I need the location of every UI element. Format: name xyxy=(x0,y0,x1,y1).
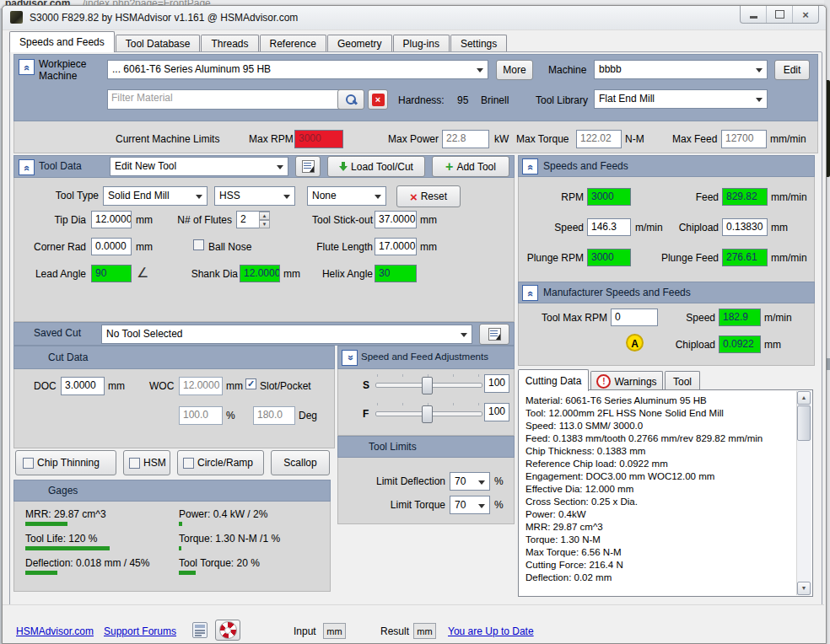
tool-material-value: HSS xyxy=(219,190,240,201)
woc-percent-field[interactable]: 100.0 xyxy=(179,406,223,425)
collapse-speeds-feeds-button[interactable]: « xyxy=(522,158,538,174)
plus-icon: + xyxy=(445,161,453,173)
collapse-manufacturer-button[interactable]: « xyxy=(522,285,538,301)
scroll-down-icon[interactable]: ▼ xyxy=(797,582,811,595)
limit-deflection-select[interactable]: 70 xyxy=(450,472,490,491)
material-select[interactable]: ... 6061-T6 Series Aluminum 95 HB xyxy=(107,60,488,79)
red-x-icon: × xyxy=(410,190,418,204)
max-power-field[interactable]: 22.8 xyxy=(442,130,489,148)
plunge-rpm-field[interactable]: 3000 xyxy=(587,249,631,266)
result-units-value[interactable]: mm xyxy=(413,623,436,639)
tool-max-rpm-field[interactable]: 0 xyxy=(611,309,658,326)
tab-threads[interactable]: Threads xyxy=(201,35,258,52)
tool-select[interactable]: Edit New Tool xyxy=(110,157,288,176)
add-tool-button[interactable]: + Add Tool xyxy=(432,156,509,177)
scallop-button[interactable]: Scallop xyxy=(271,450,330,475)
input-units-value[interactable]: mm xyxy=(323,623,346,639)
tool-material-select[interactable]: HSS xyxy=(214,186,295,206)
s-value-field[interactable]: 100 xyxy=(484,374,509,393)
load-tool-cut-button[interactable]: Load Tool/Cut xyxy=(327,156,425,177)
title-bar[interactable]: S3000 F829.82 by HSMAdvisor v1.161 @ HSM… xyxy=(3,6,826,30)
tab-reference[interactable]: Reference xyxy=(260,35,326,52)
mfr-chipload-field[interactable]: 0.0922 xyxy=(719,335,761,353)
stickout-field[interactable]: 37.0000 xyxy=(375,211,417,228)
support-forums-link[interactable]: Support Forums xyxy=(104,625,176,637)
minimize-button[interactable] xyxy=(741,6,766,23)
help-button[interactable] xyxy=(215,620,240,641)
mfr-speed-unit: m/min xyxy=(764,312,792,324)
speed-field[interactable]: 146.3 xyxy=(587,218,631,236)
edit-machine-button[interactable]: Edit xyxy=(774,60,810,80)
collapse-tool-data-button[interactable]: « xyxy=(19,159,35,175)
tool-type-select[interactable]: Solid End Mill xyxy=(103,186,208,206)
tab-speeds-and-feeds[interactable]: Speeds and Feeds xyxy=(9,31,115,52)
license-icon[interactable] xyxy=(192,622,208,638)
lead-angle-field[interactable]: 90 xyxy=(91,265,132,282)
chipload-unit: mm xyxy=(771,222,788,233)
clear-filter-button[interactable]: × xyxy=(368,89,388,110)
tool-list-button[interactable] xyxy=(295,156,321,177)
update-status-link[interactable]: You are Up to Date xyxy=(448,625,534,637)
collapse-workpiece-button[interactable]: « xyxy=(19,59,35,75)
mfr-speed-field[interactable]: 182.9 xyxy=(719,309,761,326)
cutting-data-scrollbar[interactable]: ▲ ▼ xyxy=(796,391,811,595)
scroll-up-icon[interactable]: ▲ xyxy=(797,391,811,405)
reset-button[interactable]: × Reset xyxy=(396,185,461,207)
scrollbar-thumb[interactable] xyxy=(797,405,811,441)
close-button[interactable]: × xyxy=(792,6,818,23)
f-slider-thumb[interactable] xyxy=(422,405,433,423)
feed-field[interactable]: 829.82 xyxy=(722,188,768,206)
max-rpm-field[interactable]: 3000 xyxy=(294,130,343,148)
engage-angle-field[interactable]: 180.0 xyxy=(253,406,295,425)
tab-settings[interactable]: Settings xyxy=(450,35,507,52)
tab-plug-ins[interactable]: Plug-ins xyxy=(393,35,450,52)
maximize-button[interactable] xyxy=(766,6,792,23)
helix-angle-field[interactable]: 30 xyxy=(375,265,417,282)
auto-badge[interactable]: A xyxy=(626,334,644,352)
collapse-adjustments-button[interactable]: « xyxy=(342,350,358,366)
limit-torque-select[interactable]: 70 xyxy=(450,496,490,514)
circle-ramp-toggle[interactable]: Circle/Ramp xyxy=(177,450,264,475)
cutting-line: Speed: 113.0 SMM/ 3000.0 xyxy=(525,421,643,431)
shank-dia-field[interactable]: 12.0000 xyxy=(240,265,280,282)
shank-dia-unit: mm xyxy=(283,268,300,280)
slot-pocket-checkbox[interactable]: ✓ xyxy=(245,378,256,389)
hsm-toggle[interactable]: HSM xyxy=(123,450,170,475)
s-slider-thumb[interactable] xyxy=(422,377,433,394)
chipload-field[interactable]: 0.13830 xyxy=(722,218,768,236)
machine-select[interactable]: bbbb xyxy=(594,60,768,79)
rpm-field[interactable]: 3000 xyxy=(587,188,631,206)
cutting-line: Cross Section: 0.25 x Dia. xyxy=(525,496,638,507)
max-feed-field[interactable]: 12700 xyxy=(721,130,767,148)
tab-tool-database[interactable]: Tool Database xyxy=(116,35,201,52)
tab-tool[interactable]: Tool xyxy=(665,371,700,391)
f-slider-label: F xyxy=(363,408,369,420)
coating-select[interactable]: None xyxy=(307,186,386,206)
tab-geometry[interactable]: Geometry xyxy=(327,35,392,52)
saved-cut-list-button[interactable] xyxy=(479,324,509,345)
spin-up-icon[interactable]: ▲ xyxy=(259,212,270,220)
flute-length-field[interactable]: 17.0000 xyxy=(375,238,417,255)
filter-material-input[interactable]: Filter Material xyxy=(107,89,350,110)
tip-dia-field[interactable]: 12.0000 xyxy=(91,211,132,228)
ball-nose-checkbox[interactable] xyxy=(193,239,204,250)
chevron-down-icon xyxy=(196,195,202,202)
corner-rad-field[interactable]: 0.0000 xyxy=(91,238,132,255)
saved-cut-select[interactable]: No Tool Selected xyxy=(101,325,472,344)
f-value-field[interactable]: 100 xyxy=(484,403,509,421)
hsmadvisor-link[interactable]: HSMAdvisor.com xyxy=(16,625,94,637)
woc-field[interactable]: 12.0000 xyxy=(179,377,223,395)
spin-down-icon[interactable]: ▼ xyxy=(259,220,270,228)
tool-library-select[interactable]: Flat End Mill xyxy=(594,89,768,109)
max-torque-field[interactable]: 122.02 xyxy=(576,130,622,148)
cut-data-title: Cut Data xyxy=(48,352,88,363)
tab-cutting-data[interactable]: Cutting Data xyxy=(518,369,589,391)
doc-field[interactable]: 3.0000 xyxy=(61,377,105,395)
search-material-button[interactable] xyxy=(337,89,364,110)
flutes-spinner[interactable]: ▲▼ xyxy=(259,212,270,228)
more-button[interactable]: More xyxy=(496,60,533,80)
plunge-feed-field[interactable]: 276.61 xyxy=(722,249,768,266)
tab-warnings[interactable]: ! Warnings xyxy=(590,371,663,391)
chip-thinning-toggle[interactable]: Chip Thinning xyxy=(15,450,116,475)
cutting-line: Reference Chip load: 0.0922 mm xyxy=(525,459,668,469)
